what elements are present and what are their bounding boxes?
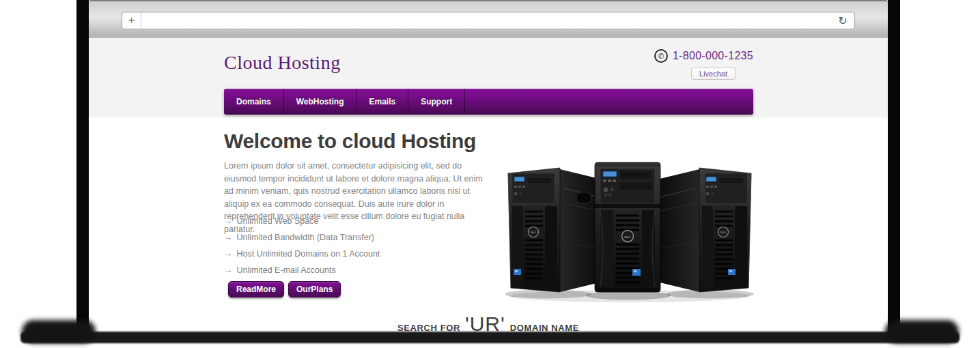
- mockup-left-edge: [76, 0, 89, 338]
- mockup-shadow-right-blob: [885, 320, 959, 343]
- nav-item-emails[interactable]: Emails: [356, 89, 408, 115]
- phone-number: 1-800-000-1235: [673, 50, 753, 62]
- feature-item: →Unlimited Web Space: [224, 216, 380, 226]
- page-stage: + ↻ Cloud Hosting ✆ 1-800-000-1235 Livec…: [0, 0, 980, 348]
- phone-icon: ✆: [654, 49, 668, 63]
- mockup-bottom-shadow: [20, 332, 960, 343]
- feature-label: Unlimited E-mail Accounts: [237, 265, 336, 275]
- svg-text:DELL: DELL: [531, 231, 537, 234]
- arrow-icon: →: [224, 249, 233, 259]
- new-tab-button[interactable]: +: [122, 12, 141, 29]
- livechat-button[interactable]: Livechat: [691, 68, 736, 80]
- refresh-icon: ↻: [838, 14, 847, 27]
- cta-row: ReadMore OurPlans: [228, 281, 341, 298]
- address-bar[interactable]: + ↻: [122, 12, 855, 29]
- server-center: DELL: [595, 162, 660, 292]
- arrow-icon: →: [224, 216, 233, 226]
- feature-label: Host Unlimited Domains on 1 Account: [237, 249, 380, 259]
- plus-icon: +: [128, 14, 135, 27]
- feature-list: →Unlimited Web Space →Unlimited Bandwidt…: [224, 216, 380, 282]
- phone-block: ✆ 1-800-000-1235: [654, 49, 753, 63]
- feature-label: Unlimited Bandwidth (Data Transfer): [237, 233, 374, 242]
- server-towers-image: DELL: [505, 161, 754, 304]
- arrow-icon: →: [224, 233, 233, 242]
- feature-item: →Host Unlimited Domains on 1 Account: [224, 249, 380, 259]
- feature-item: →Unlimited Bandwidth (Data Transfer): [224, 233, 380, 242]
- svg-text:DELL: DELL: [624, 235, 632, 239]
- url-input[interactable]: [141, 12, 831, 29]
- nav-item-webhosting[interactable]: WebHosting: [284, 89, 357, 115]
- read-more-button[interactable]: ReadMore: [228, 281, 284, 298]
- feature-label: Unlimited Web Space: [237, 216, 319, 226]
- our-plans-button[interactable]: OurPlans: [288, 281, 341, 298]
- refresh-button[interactable]: ↻: [831, 12, 854, 29]
- page-title: Welcome to cloud Hosting: [224, 130, 476, 153]
- arrow-icon: →: [224, 265, 233, 275]
- browser-window: + ↻ Cloud Hosting ✆ 1-800-000-1235 Livec…: [89, 0, 888, 343]
- svg-text:DELL: DELL: [720, 231, 727, 234]
- nav-item-support[interactable]: Support: [408, 89, 465, 115]
- nav-item-domains[interactable]: Domains: [224, 89, 284, 115]
- server-right: DELL: [654, 168, 751, 292]
- server-left: DELL: [508, 168, 605, 292]
- site-logo[interactable]: Cloud Hosting: [224, 52, 341, 74]
- browser-chrome: + ↻: [89, 0, 888, 38]
- main-nav: Domains WebHosting Emails Support: [224, 89, 753, 115]
- mockup-shadow-left-blob: [22, 320, 96, 343]
- mockup-right-edge: [888, 0, 900, 338]
- feature-item: →Unlimited E-mail Accounts: [224, 265, 380, 275]
